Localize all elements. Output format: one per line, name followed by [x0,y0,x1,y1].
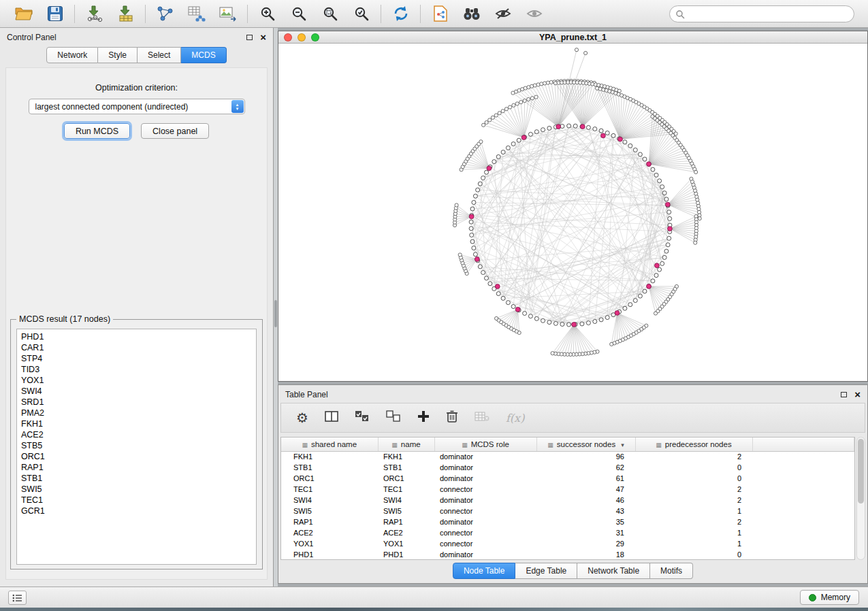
cell-shared-name: TEC1 [281,484,378,495]
cell-name: FKH1 [378,451,434,462]
cell-name: SWI4 [378,495,434,506]
table-settings-button[interactable]: ⚙ [296,411,308,425]
float-table-panel-button[interactable] [841,392,847,397]
select-all-button[interactable] [355,410,370,425]
import-network-button[interactable] [83,3,106,25]
window-minimize-button[interactable] [298,33,306,42]
table-row[interactable]: SWI5SWI5connector431 [281,506,854,516]
mcds-result-item[interactable]: STP4 [21,353,256,364]
cell-successors: 35 [536,516,635,527]
status-menu-button[interactable] [8,591,27,605]
import-network-icon [86,5,103,22]
cell-name: ACE2 [378,527,434,538]
tab-network-table[interactable]: Network Table [577,563,650,579]
import-table-icon [117,5,135,22]
open-file-button[interactable] [12,3,35,25]
close-panel-icon-button[interactable]: × [260,34,266,41]
splitter-handle[interactable] [274,300,277,327]
mcds-result-item[interactable]: SWI5 [21,484,256,495]
zoom-selected-button[interactable] [350,3,372,25]
close-panel-button[interactable]: Close panel [141,123,209,139]
mcds-result-item[interactable]: RAP1 [21,462,256,473]
mcds-result-item[interactable]: SWI4 [21,386,256,397]
cell-successors: 29 [536,538,635,549]
cell-predecessors: 2 [635,495,752,506]
export-image-button[interactable] [216,3,239,25]
tab-motifs[interactable]: Motifs [650,563,693,579]
refresh-icon [393,5,409,22]
search-network-button[interactable] [460,3,483,25]
import-table-button[interactable] [114,3,137,25]
mcds-result-item[interactable]: TEC1 [21,495,256,506]
tab-network[interactable]: Network [46,47,98,63]
network-canvas[interactable] [278,44,867,381]
float-panel-button[interactable] [246,35,253,40]
mcds-result-item[interactable]: PHD1 [21,331,256,342]
mcds-result-item[interactable]: SRD1 [21,397,256,408]
cell-predecessors: 0 [635,473,752,484]
tab-edge-table[interactable]: Edge Table [515,563,577,579]
search-input[interactable] [669,5,854,22]
network-table-button[interactable] [185,3,208,25]
window-zoom-button[interactable] [311,33,319,42]
table-row[interactable]: ACE2ACE2connector311 [281,527,854,538]
deselect-all-button[interactable] [386,410,401,425]
mcds-result-item[interactable]: GCR1 [21,506,256,516]
mcds-result-item[interactable]: ACE2 [21,429,256,440]
cell-filler [752,516,854,527]
table-row[interactable]: RAP1RAP1dominator352 [281,516,854,527]
mcds-result-item[interactable]: STB1 [21,473,256,484]
mcds-result-item[interactable]: STB5 [21,440,256,451]
mcds-result-item[interactable]: CAR1 [21,342,256,353]
run-mcds-button[interactable]: Run MCDS [64,123,130,139]
col-filler [752,437,854,451]
col-successor-nodes[interactable]: ▦successor nodes▾ [536,437,635,451]
refresh-layout-button[interactable] [389,3,412,25]
document-share-icon [433,5,448,22]
new-network-button[interactable] [154,3,176,25]
mcds-result-item[interactable]: PMA2 [21,408,256,418]
table-row[interactable]: STB1STB1dominator620 [281,462,854,473]
status-bar: Memory [0,587,868,608]
criterion-dropdown[interactable]: largest connected component (undirected)… [29,99,245,114]
export-document-button[interactable] [429,3,451,25]
cell-shared-name: STB1 [281,462,378,473]
mcds-result-item[interactable]: ORC1 [21,451,256,462]
tab-select[interactable]: Select [138,47,181,63]
cell-successors: 62 [536,462,635,473]
table-row[interactable]: TEC1TEC1connector472 [281,484,854,495]
zoom-in-button[interactable] [256,3,278,25]
scrollbar-thumb[interactable] [858,439,864,503]
mcds-result-item[interactable]: FKH1 [21,418,256,429]
tab-mcds[interactable]: MCDS [181,47,226,63]
add-row-button[interactable] [417,410,430,425]
mcds-result-list[interactable]: PHD1CAR1STP4TID3YOX1SWI4SRD1PMA2FKH1ACE2… [16,329,257,565]
table-row[interactable]: SWI4SWI4dominator462 [281,495,854,506]
zoom-fit-button[interactable] [319,3,341,25]
close-table-panel-button[interactable]: × [854,391,861,398]
table-row[interactable]: YOX1YOX1connector291 [281,538,854,549]
delete-row-button[interactable] [446,410,458,426]
memory-button[interactable]: Memory [800,590,859,605]
mcds-result-item[interactable]: TID3 [21,364,256,375]
col-name[interactable]: ▦name [378,437,434,451]
col-predecessor-nodes[interactable]: ▦predecessor nodes [635,437,752,451]
col-shared-name[interactable]: ▦shared name [281,437,378,451]
network-window-titlebar[interactable]: YPA_prune.txt_1 [278,31,867,44]
table-scrollbar[interactable] [856,437,865,560]
table-row[interactable]: ORC1ORC1dominator610 [281,473,854,484]
save-session-button[interactable] [44,3,66,25]
zoom-out-button[interactable] [287,3,310,25]
hide-annotations-button[interactable] [492,3,514,25]
cell-shared-name: YOX1 [281,538,378,549]
window-close-button[interactable] [284,33,292,42]
col-mcds-role[interactable]: ▦MCDS role [434,437,536,451]
mcds-result-item[interactable]: YOX1 [21,375,256,386]
cell-shared-name: SWI4 [281,495,378,506]
tab-style[interactable]: Style [98,47,138,63]
show-columns-button[interactable] [325,410,338,425]
table-row[interactable]: FKH1FKH1dominator962 [281,451,854,462]
tab-node-table[interactable]: Node Table [453,563,516,579]
cell-role: dominator [434,549,536,560]
table-row[interactable]: PHD1PHD1dominator180 [281,549,854,560]
